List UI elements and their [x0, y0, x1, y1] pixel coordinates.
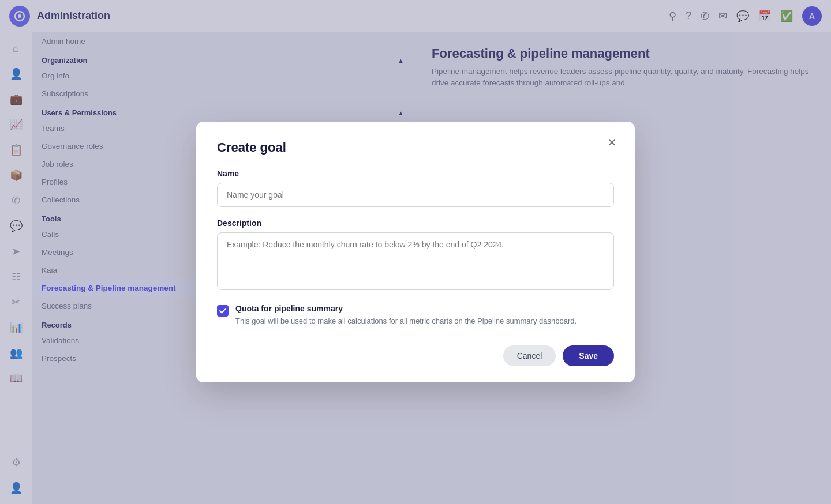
description-field-group: Description: [217, 219, 614, 292]
modal-overlay[interactable]: Create goal ✕ Name Description Quota for…: [0, 0, 831, 504]
checkbox-label: Quota for pipeline summary: [235, 304, 577, 313]
description-label: Description: [217, 219, 614, 228]
description-textarea[interactable]: [217, 232, 614, 290]
cancel-button[interactable]: Cancel: [503, 345, 556, 366]
name-label: Name: [217, 169, 614, 178]
modal-footer: Cancel Save: [217, 345, 614, 366]
checkbox-label-group: Quota for pipeline summary This goal wil…: [235, 304, 577, 327]
name-input[interactable]: [217, 183, 614, 207]
create-goal-modal: Create goal ✕ Name Description Quota for…: [196, 122, 635, 382]
quota-checkbox[interactable]: [217, 305, 229, 317]
save-button[interactable]: Save: [563, 345, 614, 366]
modal-title: Create goal: [217, 140, 614, 155]
checkbox-row: Quota for pipeline summary This goal wil…: [217, 304, 614, 327]
checkbox-description: This goal will be used to make all calcu…: [235, 315, 577, 327]
name-field-group: Name: [217, 169, 614, 207]
modal-close-button[interactable]: ✕: [602, 133, 621, 152]
